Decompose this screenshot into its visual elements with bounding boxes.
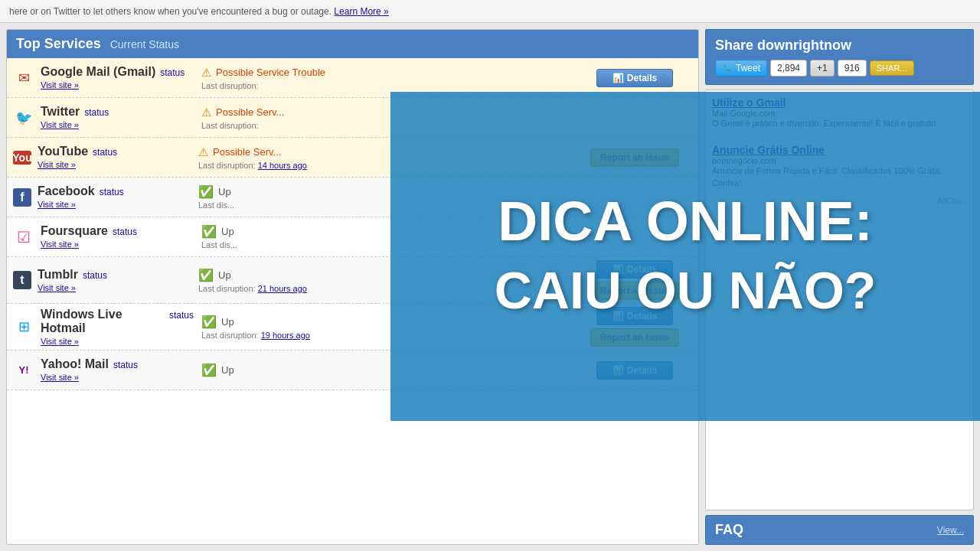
- hotmail-status-text: Up: [221, 316, 234, 328]
- youtube-name: YouTube: [38, 145, 88, 158]
- yahoomail-info: Yahoo! Mail status Visit site »: [41, 357, 194, 383]
- overlay-banner: DICA ONLINE: CAIU OU NÃO?: [390, 92, 980, 421]
- foursquare-status-label: status: [113, 227, 137, 237]
- tweet-button[interactable]: 🐦 Tweet: [715, 60, 767, 77]
- twitter-status-label: status: [84, 107, 109, 118]
- overlay-line2: CAIU OU NÃO?: [495, 259, 877, 322]
- gplus-label: +1: [817, 63, 828, 73]
- services-title: Top Services: [16, 36, 101, 52]
- gmail-status-text: Possible Service Trouble: [216, 67, 325, 78]
- gmail-last-disruption: Last disruption:: [201, 81, 570, 90]
- youtube-visit-site[interactable]: Visit site »: [38, 160, 76, 169]
- tweet-count: 2,894: [770, 60, 807, 77]
- twitter-icon: 🐦: [13, 107, 34, 129]
- foursquare-name: Foursquare: [41, 224, 108, 238]
- facebook-visit-site[interactable]: Visit site »: [38, 200, 76, 209]
- overlay-line1: DICA ONLINE:: [498, 191, 872, 252]
- faq-panel: FAQ View...: [705, 515, 974, 545]
- youtube-icon: You: [13, 151, 31, 165]
- hotmail-status-label: status: [169, 310, 194, 321]
- tumblr-name: Tumblr: [38, 268, 78, 282]
- top-bar-text: here or on Twitter to let others know wh…: [9, 6, 332, 17]
- hotmail-disruption-time[interactable]: 19 hours ago: [261, 331, 310, 340]
- foursquare-visit-site[interactable]: Visit site »: [41, 240, 79, 249]
- share-title: Share downrightnow: [715, 37, 964, 54]
- gmail-actions: 📊 Details: [577, 69, 692, 87]
- yahoomail-name: Yahoo! Mail: [41, 357, 109, 371]
- tumblr-icon: t: [13, 271, 31, 289]
- yahoomail-up-icon: ✅: [201, 363, 217, 377]
- youtube-status-text: Possible Serv...: [213, 146, 281, 158]
- tumblr-status-text: Up: [218, 269, 231, 281]
- tumblr-disruption-time[interactable]: 21 hours ago: [258, 284, 307, 293]
- youtube-info: YouTube status Visit site »: [38, 145, 191, 170]
- youtube-status-label: status: [93, 147, 117, 158]
- hotmail-up-icon: ✅: [201, 315, 217, 329]
- learn-more-link[interactable]: Learn More »: [334, 6, 388, 17]
- faq-view-link[interactable]: View...: [937, 525, 964, 536]
- youtube-warn-icon: ⚠: [198, 145, 208, 159]
- twitter-warn-icon: ⚠: [201, 106, 211, 119]
- sharethis-label: SHAR...: [877, 64, 907, 73]
- gmail-status-col: ⚠ Possible Service Trouble Last disrupti…: [194, 66, 577, 90]
- gmail-warn-icon: ⚠: [201, 66, 211, 80]
- yahoomail-visit-site[interactable]: Visit site »: [41, 373, 79, 382]
- foursquare-info: Foursquare status Visit site »: [41, 224, 194, 249]
- facebook-info: Facebook status Visit site »: [38, 184, 191, 210]
- hotmail-name: Windows Live Hotmail: [41, 308, 165, 335]
- yahoomail-status-label: status: [113, 360, 138, 370]
- tweet-label: Tweet: [736, 63, 760, 73]
- tumblr-status-label: status: [83, 270, 107, 281]
- services-subtitle: Current Status: [110, 38, 179, 51]
- twitter-info: Twitter status Visit site »: [41, 105, 194, 130]
- foursquare-icon: ☑: [13, 227, 34, 248]
- top-bar: here or on Twitter to let others know wh…: [0, 0, 980, 23]
- facebook-name: Facebook: [38, 184, 95, 198]
- share-buttons: 🐦 Tweet 2,894 +1 916 SHAR...: [715, 60, 964, 77]
- tumblr-visit-site[interactable]: Visit site »: [38, 283, 76, 292]
- yahoomail-icon: Y!: [13, 360, 34, 381]
- foursquare-up-icon: ✅: [201, 224, 217, 239]
- youtube-disruption-time[interactable]: 14 hours ago: [258, 161, 307, 170]
- gmail-details-button[interactable]: 📊 Details: [596, 69, 673, 87]
- tumblr-up-icon: ✅: [198, 268, 214, 282]
- twitter-visit-site[interactable]: Visit site »: [41, 120, 79, 129]
- hotmail-icon: ⊞: [13, 316, 34, 337]
- twitter-share-icon: 🐦: [722, 63, 733, 73]
- faq-title: FAQ: [715, 522, 743, 538]
- yahoomail-status-text: Up: [221, 364, 234, 376]
- tumblr-info: Tumblr status Visit site »: [38, 268, 191, 293]
- facebook-up-icon: ✅: [198, 184, 214, 199]
- facebook-status-label: status: [100, 187, 124, 197]
- gmail-status-label: status: [160, 67, 185, 78]
- services-header: Top Services Current Status: [7, 30, 698, 58]
- gmail-icon: ✉: [13, 67, 34, 89]
- facebook-status-text: Up: [218, 186, 231, 197]
- gmail-chart-icon: 📊: [612, 73, 624, 83]
- hotmail-visit-site[interactable]: Visit site »: [41, 337, 79, 346]
- twitter-status-text: Possible Serv...: [216, 106, 284, 118]
- share-panel: Share downrightnow 🐦 Tweet 2,894 +1 916 …: [705, 29, 974, 85]
- gmail-name: Google Mail (Gmail): [41, 65, 155, 79]
- twitter-name: Twitter: [41, 105, 80, 119]
- gplus-count: 916: [838, 60, 867, 77]
- gmail-visit-site[interactable]: Visit site »: [41, 80, 79, 90]
- hotmail-info: Windows Live Hotmail status Visit site »: [41, 308, 194, 347]
- gmail-info: Google Mail (Gmail) status Visit site »: [41, 65, 194, 90]
- gplus-button[interactable]: +1: [810, 60, 835, 77]
- sharethis-button[interactable]: SHAR...: [870, 60, 914, 76]
- facebook-icon: f: [13, 188, 31, 207]
- foursquare-status-text: Up: [221, 226, 234, 237]
